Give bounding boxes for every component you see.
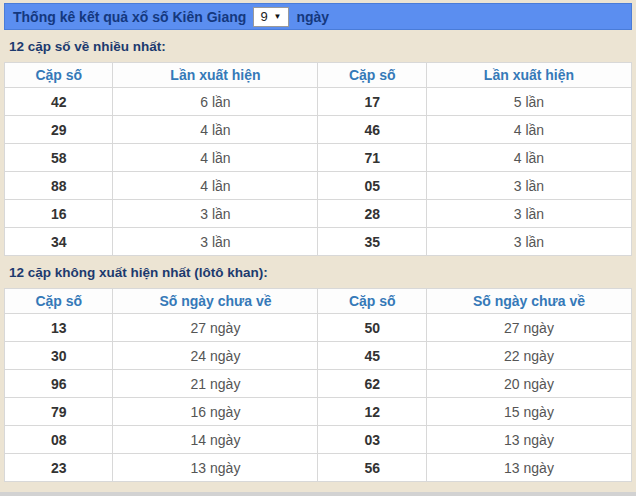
pair-cell: 96 bbox=[5, 370, 113, 398]
days-suffix-label: ngày bbox=[296, 9, 329, 25]
table-header-row: Cặp số Lần xuất hiện Cặp số Lần xuất hiệ… bbox=[5, 63, 632, 88]
pair-cell: 46 bbox=[318, 116, 426, 144]
column-header-count: Lần xuất hiện bbox=[426, 63, 631, 88]
column-header-pair: Cặp số bbox=[318, 63, 426, 88]
pair-cell: 50 bbox=[318, 314, 426, 342]
pair-cell: 16 bbox=[5, 200, 113, 228]
column-header-count: Lần xuất hiện bbox=[113, 63, 318, 88]
days-cell: 15 ngày bbox=[426, 398, 631, 426]
column-header-days: Số ngày chưa về bbox=[113, 289, 318, 314]
bottom-divider bbox=[0, 492, 636, 496]
days-cell: 13 ngày bbox=[426, 426, 631, 454]
column-header-pair: Cặp số bbox=[5, 63, 113, 88]
days-cell: 13 ngày bbox=[426, 454, 631, 482]
days-cell: 21 ngày bbox=[113, 370, 318, 398]
column-header-pair: Cặp số bbox=[318, 289, 426, 314]
days-cell: 16 ngày bbox=[113, 398, 318, 426]
count-cell: 3 lần bbox=[426, 200, 631, 228]
table-row: 08 14 ngày 03 13 ngày bbox=[5, 426, 632, 454]
chevron-down-icon: ▼ bbox=[274, 13, 282, 21]
count-cell: 3 lần bbox=[426, 172, 631, 200]
table-row: 29 4 lần 46 4 lần bbox=[5, 116, 632, 144]
absent-pairs-table: Cặp số Số ngày chưa về Cặp số Số ngày ch… bbox=[4, 288, 632, 482]
table-row: 42 6 lần 17 5 lần bbox=[5, 88, 632, 116]
days-cell: 24 ngày bbox=[113, 342, 318, 370]
pair-cell: 62 bbox=[318, 370, 426, 398]
lottery-stats-page: Thống kê kết quả xổ số Kiên Giang 9 ▼ ng… bbox=[0, 0, 636, 482]
count-cell: 3 lần bbox=[426, 228, 631, 256]
section-heading-most-frequent: 12 cặp số về nhiều nhất: bbox=[4, 30, 632, 62]
count-cell: 3 lần bbox=[113, 228, 318, 256]
most-frequent-table: Cặp số Lần xuất hiện Cặp số Lần xuất hiệ… bbox=[4, 62, 632, 256]
table-row: 30 24 ngày 45 22 ngày bbox=[5, 342, 632, 370]
table-row: 79 16 ngày 12 15 ngày bbox=[5, 398, 632, 426]
days-cell: 27 ngày bbox=[113, 314, 318, 342]
table-header-row: Cặp số Số ngày chưa về Cặp số Số ngày ch… bbox=[5, 289, 632, 314]
column-header-pair: Cặp số bbox=[5, 289, 113, 314]
pair-cell: 56 bbox=[318, 454, 426, 482]
pair-cell: 71 bbox=[318, 144, 426, 172]
count-cell: 4 lần bbox=[113, 144, 318, 172]
pair-cell: 03 bbox=[318, 426, 426, 454]
count-cell: 3 lần bbox=[113, 200, 318, 228]
table-row: 88 4 lần 05 3 lần bbox=[5, 172, 632, 200]
days-select[interactable]: 9 ▼ bbox=[253, 7, 289, 27]
count-cell: 4 lần bbox=[113, 116, 318, 144]
pair-cell: 05 bbox=[318, 172, 426, 200]
title-bar: Thống kê kết quả xổ số Kiên Giang 9 ▼ ng… bbox=[4, 3, 632, 30]
table-row: 58 4 lần 71 4 lần bbox=[5, 144, 632, 172]
table-row: 13 27 ngày 50 27 ngày bbox=[5, 314, 632, 342]
count-cell: 4 lần bbox=[426, 144, 631, 172]
days-cell: 22 ngày bbox=[426, 342, 631, 370]
pair-cell: 29 bbox=[5, 116, 113, 144]
table-row: 23 13 ngày 56 13 ngày bbox=[5, 454, 632, 482]
count-cell: 4 lần bbox=[426, 116, 631, 144]
pair-cell: 42 bbox=[5, 88, 113, 116]
count-cell: 6 lần bbox=[113, 88, 318, 116]
table-row: 96 21 ngày 62 20 ngày bbox=[5, 370, 632, 398]
pair-cell: 28 bbox=[318, 200, 426, 228]
days-cell: 27 ngày bbox=[426, 314, 631, 342]
column-header-days: Số ngày chưa về bbox=[426, 289, 631, 314]
page-title: Thống kê kết quả xổ số Kiên Giang bbox=[13, 9, 246, 25]
pair-cell: 17 bbox=[318, 88, 426, 116]
pair-cell: 23 bbox=[5, 454, 113, 482]
table-row: 16 3 lần 28 3 lần bbox=[5, 200, 632, 228]
pair-cell: 12 bbox=[318, 398, 426, 426]
pair-cell: 30 bbox=[5, 342, 113, 370]
days-select-value: 9 bbox=[260, 9, 267, 24]
pair-cell: 79 bbox=[5, 398, 113, 426]
pair-cell: 34 bbox=[5, 228, 113, 256]
days-cell: 14 ngày bbox=[113, 426, 318, 454]
count-cell: 4 lần bbox=[113, 172, 318, 200]
pair-cell: 08 bbox=[5, 426, 113, 454]
pair-cell: 88 bbox=[5, 172, 113, 200]
table-row: 34 3 lần 35 3 lần bbox=[5, 228, 632, 256]
days-cell: 13 ngày bbox=[113, 454, 318, 482]
pair-cell: 58 bbox=[5, 144, 113, 172]
section-heading-absent: 12 cặp không xuất hiện nhất (lôtô khan): bbox=[4, 256, 632, 288]
pair-cell: 35 bbox=[318, 228, 426, 256]
days-cell: 20 ngày bbox=[426, 370, 631, 398]
pair-cell: 45 bbox=[318, 342, 426, 370]
count-cell: 5 lần bbox=[426, 88, 631, 116]
pair-cell: 13 bbox=[5, 314, 113, 342]
